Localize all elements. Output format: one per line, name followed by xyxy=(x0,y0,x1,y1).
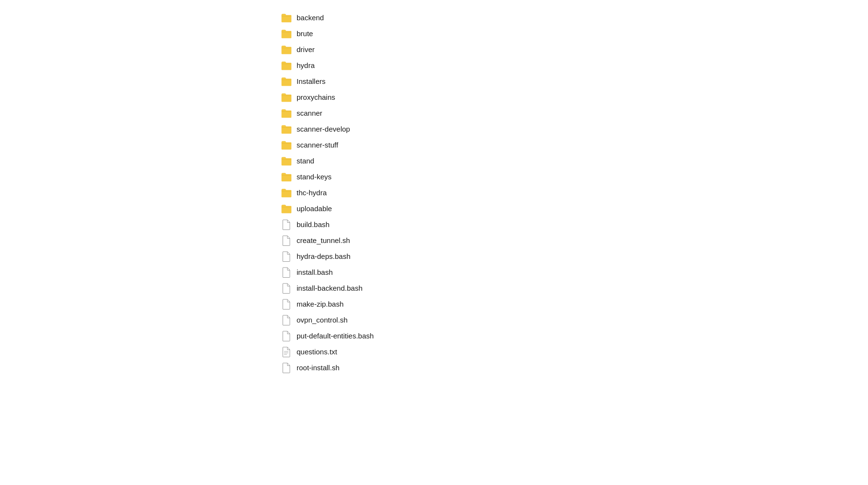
svg-rect-7 xyxy=(282,127,291,128)
file-name: thc-hydra xyxy=(297,189,327,197)
folder-icon xyxy=(281,140,292,150)
file-name: install-backend.bash xyxy=(297,284,363,292)
folder-icon xyxy=(281,76,292,87)
folder-icon xyxy=(281,203,292,214)
file-icon xyxy=(281,299,292,310)
file-name: driver xyxy=(297,45,315,54)
svg-rect-9 xyxy=(282,159,291,160)
svg-rect-1 xyxy=(282,32,291,32)
file-name: scanner-stuff xyxy=(297,141,338,149)
folder-icon xyxy=(281,188,292,198)
list-item[interactable]: thc-hydra xyxy=(277,185,868,201)
list-item[interactable]: proxychains xyxy=(277,89,868,105)
list-item[interactable]: root-install.sh xyxy=(277,360,868,376)
list-item[interactable]: install-backend.bash xyxy=(277,280,868,296)
file-icon xyxy=(281,283,292,294)
list-item[interactable]: scanner xyxy=(277,105,868,121)
text-file-icon xyxy=(281,347,292,357)
folder-icon xyxy=(281,124,292,135)
file-name: make-zip.bash xyxy=(297,300,344,308)
file-name: questions.txt xyxy=(297,348,337,356)
svg-rect-3 xyxy=(282,64,291,64)
list-item[interactable]: build.bash xyxy=(277,216,868,232)
list-item[interactable]: driver xyxy=(277,41,868,57)
file-name: scanner xyxy=(297,109,322,117)
file-name: stand xyxy=(297,157,314,165)
folder-icon xyxy=(281,60,292,71)
file-name: backend xyxy=(297,13,324,22)
file-icon xyxy=(281,219,292,230)
svg-rect-2 xyxy=(282,48,291,48)
file-icon xyxy=(281,235,292,246)
file-name: build.bash xyxy=(297,220,329,229)
folder-icon xyxy=(281,13,292,23)
list-item[interactable]: scanner-develop xyxy=(277,121,868,137)
file-icon xyxy=(281,251,292,262)
list-item[interactable]: put-default-entities.bash xyxy=(277,328,868,344)
svg-rect-11 xyxy=(282,191,291,191)
file-name: proxychains xyxy=(297,93,335,101)
file-name: brute xyxy=(297,29,313,38)
list-item[interactable]: questions.txt xyxy=(277,344,868,360)
list-item[interactable]: uploadable xyxy=(277,201,868,216)
list-item[interactable]: hydra-deps.bash xyxy=(277,248,868,264)
svg-rect-8 xyxy=(282,143,291,144)
file-name: install.bash xyxy=(297,268,333,276)
file-name: stand-keys xyxy=(297,173,332,181)
folder-icon xyxy=(281,44,292,55)
svg-rect-4 xyxy=(282,80,291,80)
file-list: backend brute driver hydra Installers pr… xyxy=(0,0,868,385)
file-name: uploadable xyxy=(297,204,332,213)
file-name: scanner-develop xyxy=(297,125,350,133)
file-name: ovpn_control.sh xyxy=(297,316,348,324)
folder-icon xyxy=(281,92,292,103)
file-name: put-default-entities.bash xyxy=(297,332,374,340)
file-name: hydra xyxy=(297,61,315,69)
list-item[interactable]: scanner-stuff xyxy=(277,137,868,153)
list-item[interactable]: backend xyxy=(277,10,868,26)
file-name: Installers xyxy=(297,77,326,85)
file-name: hydra-deps.bash xyxy=(297,252,351,260)
folder-icon xyxy=(281,28,292,39)
list-item[interactable]: create_tunnel.sh xyxy=(277,232,868,248)
list-item[interactable]: make-zip.bash xyxy=(277,296,868,312)
file-icon xyxy=(281,363,292,373)
file-icon xyxy=(281,315,292,325)
list-item[interactable]: stand-keys xyxy=(277,169,868,185)
svg-rect-12 xyxy=(282,207,291,207)
list-item[interactable]: ovpn_control.sh xyxy=(277,312,868,328)
svg-rect-6 xyxy=(282,111,291,112)
svg-rect-5 xyxy=(282,95,291,96)
folder-icon xyxy=(281,172,292,182)
list-item[interactable]: Installers xyxy=(277,73,868,89)
file-icon xyxy=(281,267,292,278)
folder-icon xyxy=(281,108,292,119)
file-name: create_tunnel.sh xyxy=(297,236,350,244)
svg-rect-0 xyxy=(282,16,291,16)
list-item[interactable]: install.bash xyxy=(277,264,868,280)
list-item[interactable]: hydra xyxy=(277,57,868,73)
list-item[interactable]: brute xyxy=(277,26,868,41)
file-name: root-install.sh xyxy=(297,364,339,372)
svg-rect-10 xyxy=(282,175,291,175)
folder-icon xyxy=(281,156,292,166)
file-icon xyxy=(281,331,292,341)
list-item[interactable]: stand xyxy=(277,153,868,169)
